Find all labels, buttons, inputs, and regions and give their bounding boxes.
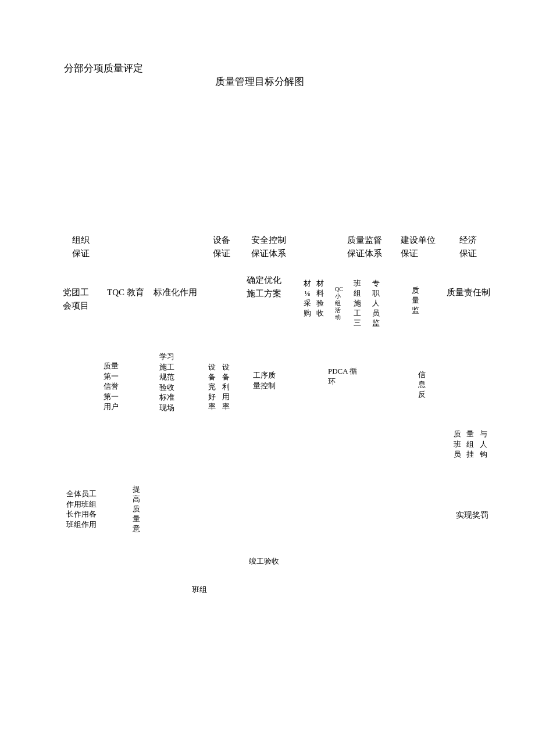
label-equip-use-rate: 设备利用率 <box>222 363 230 411</box>
label-material-purchase: 材⅛采购 <box>304 279 311 318</box>
label-study-spec: 学习 施工 规范 验收 标准 现场 <box>159 352 174 413</box>
heading-section-eval: 分部分项质量评定 <box>64 61 143 76</box>
label-party-project: 党团工 会项目 <box>63 286 89 312</box>
label-qc-group: QC 小组活动 <box>335 286 341 321</box>
label-quality-hook: 质 量 与 班 组 人 员 挂 钩 <box>454 429 489 460</box>
label-standardization: 标准化作用 <box>154 286 197 299</box>
label-team: 班组 <box>192 585 207 595</box>
label-quality-supervision: 质量监督 保证体系 <box>347 234 382 260</box>
label-equip-guarantee: 设备 保证 <box>213 234 230 260</box>
label-org-guarantee: 组织 保证 <box>72 234 90 260</box>
label-all-staff: 全体员工 作用班组 长作用各 班组作用 <box>66 489 97 529</box>
label-tqc-edu: TQC 教育 <box>107 286 144 299</box>
label-safety-control: 安全控制 保证体系 <box>251 234 286 260</box>
label-process-quality: 工序质 量控制 <box>253 370 276 390</box>
label-pdca-cycle: PDCA 循 环 <box>328 366 357 386</box>
label-reward-punish: 实现奖罚 <box>456 510 488 521</box>
label-construct-unit: 建设单位 保证 <box>401 234 436 260</box>
label-quality-supervise: 质量监 <box>412 286 419 316</box>
label-fulltime-supervise: 专职人员监 <box>372 279 380 328</box>
label-material-acceptance: 材料验收 <box>316 279 324 318</box>
label-economic-guarantee: 经济 保证 <box>459 234 477 260</box>
label-quality-responsibility: 质量责任制 <box>447 286 490 299</box>
label-quality-first: 质量 第一 信誉 第一 用户 <box>104 361 119 412</box>
label-equip-good-rate: 设备完好率 <box>208 363 216 411</box>
label-info-feedback: 信息反 <box>418 370 426 400</box>
page-title: 质量管理目标分解图 <box>215 74 304 89</box>
label-raise-quality-awareness: 提高质量意 <box>133 485 140 533</box>
label-optimize-plan: 确定优化 施工方案 <box>247 274 281 300</box>
label-completion-acceptance: 竣工验收 <box>249 556 279 567</box>
label-team-construct: 班组施工三 <box>354 279 361 328</box>
